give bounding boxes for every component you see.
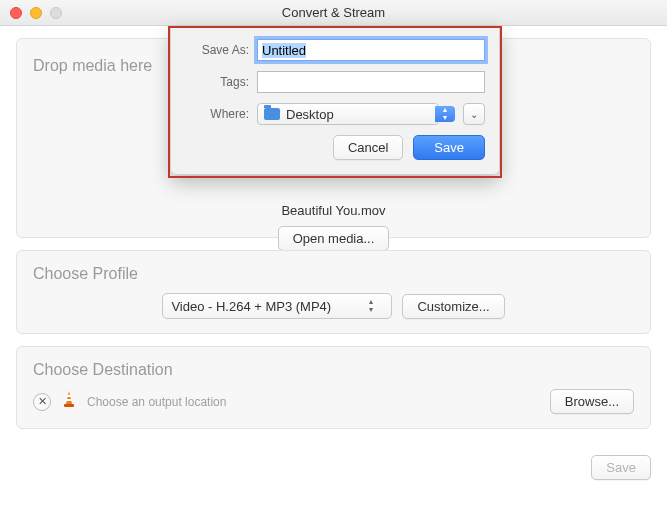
svg-rect-1 — [67, 395, 71, 397]
dropped-filename: Beautiful You.mov — [33, 203, 634, 218]
customize-button[interactable]: Customize... — [402, 294, 504, 319]
vlc-cone-icon — [61, 390, 77, 413]
chevron-down-icon: ⌄ — [470, 109, 478, 120]
tags-label: Tags: — [185, 75, 249, 89]
browse-button[interactable]: Browse... — [550, 389, 634, 414]
where-select[interactable]: Desktop — [257, 103, 439, 125]
save-sheet: Save As: Tags: Where: Desktop ▴▾ ⌄ Cance… — [170, 26, 500, 175]
clear-destination-button[interactable]: ✕ — [33, 393, 51, 411]
profile-select[interactable]: Video - H.264 + MP3 (MP4) ▴▾ — [162, 293, 392, 319]
choose-profile-panel: Choose Profile Video - H.264 + MP3 (MP4)… — [16, 250, 651, 334]
cancel-button[interactable]: Cancel — [333, 135, 403, 160]
where-label: Where: — [185, 107, 249, 121]
choose-profile-title: Choose Profile — [33, 265, 634, 283]
open-media-button[interactable]: Open media... — [278, 226, 390, 251]
expand-sheet-button[interactable]: ⌄ — [463, 103, 485, 125]
where-select-arrows-icon[interactable]: ▴▾ — [435, 106, 455, 122]
save-as-label: Save As: — [185, 43, 249, 57]
choose-destination-title: Choose Destination — [33, 361, 634, 379]
where-value: Desktop — [286, 107, 334, 122]
stepper-icon: ▴▾ — [369, 298, 383, 314]
main-save-button[interactable]: Save — [591, 455, 651, 480]
tags-input[interactable] — [257, 71, 485, 93]
save-as-input[interactable] — [257, 39, 485, 61]
destination-hint: Choose an output location — [87, 395, 226, 409]
svg-rect-0 — [64, 404, 74, 407]
titlebar: Convert & Stream — [0, 0, 667, 26]
svg-rect-2 — [66, 399, 71, 401]
choose-destination-panel: Choose Destination ✕ Choose an output lo… — [16, 346, 651, 429]
profile-select-value: Video - H.264 + MP3 (MP4) — [171, 299, 331, 314]
window-title: Convert & Stream — [0, 5, 667, 20]
folder-icon — [264, 108, 280, 120]
footer: Save — [0, 449, 667, 486]
save-button[interactable]: Save — [413, 135, 485, 160]
